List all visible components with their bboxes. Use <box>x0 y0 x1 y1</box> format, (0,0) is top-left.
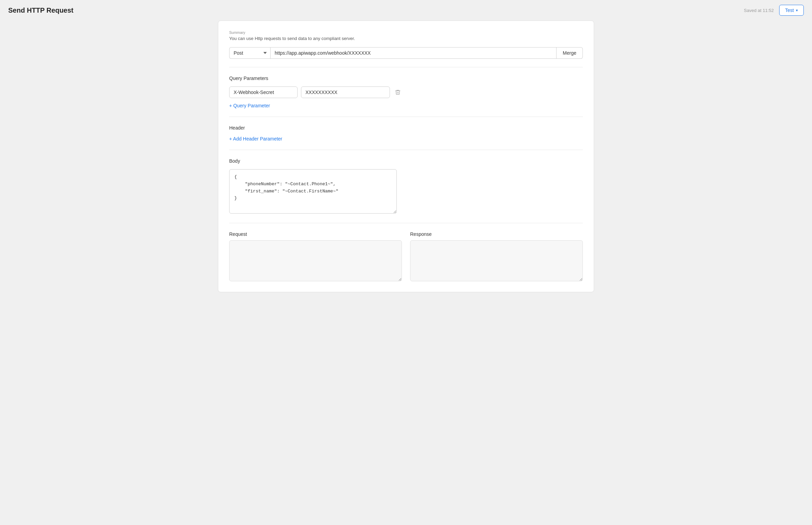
query-param-row <box>229 86 583 98</box>
merge-button[interactable]: Merge <box>556 47 583 59</box>
test-button[interactable]: Test ▾ <box>779 5 804 16</box>
request-textarea[interactable] <box>229 240 402 281</box>
main-container: Summary You can use Http requests to sen… <box>211 21 601 306</box>
add-header-param-button[interactable]: + Add Header Parameter <box>229 136 282 142</box>
page-title: Send HTTP Request <box>8 6 74 14</box>
body-textarea[interactable]: { "phoneNumber": "~Contact.Phone1~", "fi… <box>229 169 397 214</box>
header-section-title: Header <box>229 125 583 131</box>
add-query-param-button[interactable]: + Query Parameter <box>229 103 270 108</box>
divider-request-response <box>229 223 583 223</box>
card: Summary You can use Http requests to sen… <box>218 21 594 292</box>
query-parameters-title: Query Parameters <box>229 76 583 81</box>
summary-label: Summary <box>229 30 583 35</box>
param-value-input[interactable] <box>301 86 390 98</box>
body-section-title: Body <box>229 158 583 164</box>
delete-param-button[interactable] <box>393 88 402 97</box>
url-row: Post Get Put Patch Delete Merge <box>229 47 583 59</box>
response-title: Response <box>410 231 583 237</box>
saved-status: Saved at 11:52 <box>744 8 774 13</box>
trash-icon <box>395 89 401 95</box>
top-right-actions: Saved at 11:52 Test ▾ <box>744 5 804 16</box>
response-section: Response <box>410 231 583 282</box>
url-input[interactable] <box>270 47 556 59</box>
request-title: Request <box>229 231 402 237</box>
method-select[interactable]: Post Get Put Patch Delete <box>229 47 270 59</box>
divider-query <box>229 67 583 67</box>
divider-body <box>229 150 583 150</box>
summary-description: You can use Http requests to send data t… <box>229 36 583 41</box>
param-key-input[interactable] <box>229 86 298 98</box>
chevron-down-icon: ▾ <box>796 8 798 13</box>
test-button-label: Test <box>785 8 794 13</box>
response-textarea[interactable] <box>410 240 583 281</box>
divider-header <box>229 117 583 117</box>
request-section: Request <box>229 231 402 282</box>
request-response-row: Request Response <box>229 231 583 282</box>
